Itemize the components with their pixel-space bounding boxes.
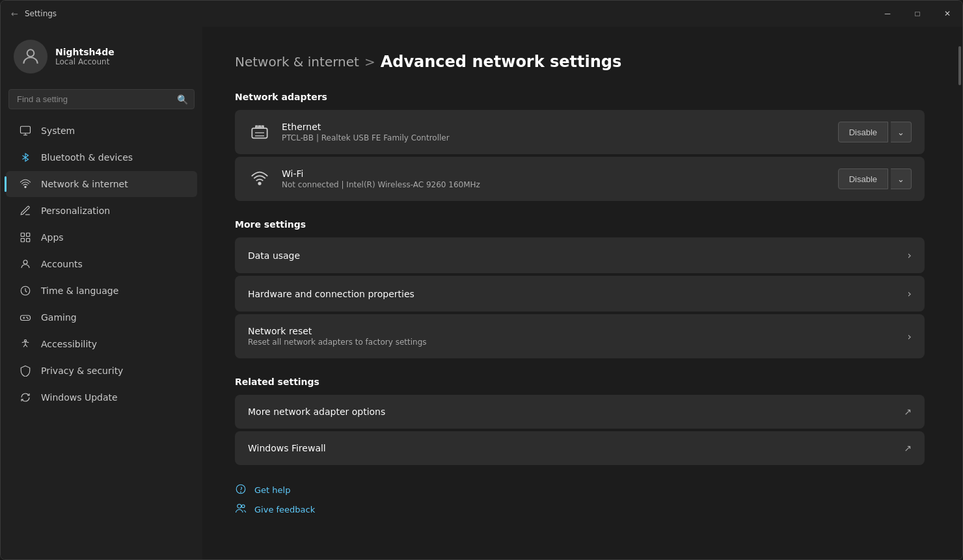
ethernet-name: Ethernet: [282, 122, 828, 132]
network-reset-arrow: ›: [908, 330, 912, 343]
svg-point-11: [27, 318, 28, 319]
gaming-icon: [19, 311, 32, 324]
search-input[interactable]: [8, 89, 195, 109]
windows-firewall-label: Windows Firewall: [248, 443, 326, 453]
sidebar-item-accounts[interactable]: Accounts: [6, 251, 197, 277]
breadcrumb-separator: >: [364, 54, 375, 70]
sidebar-item-accessibility[interactable]: Accessibility: [6, 331, 197, 357]
svg-rect-9: [21, 315, 31, 321]
sidebar-item-gaming[interactable]: Gaming: [6, 304, 197, 330]
more-settings-section: More settings Data usage › Hardware and …: [235, 219, 925, 358]
scrollbar-thumb: [958, 46, 961, 85]
data-usage-arrow: ›: [908, 249, 912, 261]
content-area: Network & internet > Advanced network se…: [202, 27, 957, 559]
get-help-icon: [235, 483, 248, 496]
sidebar-item-bluetooth[interactable]: Bluetooth & devices: [6, 144, 197, 170]
wifi-actions: Disable ⌄: [838, 168, 912, 189]
footer-links: Get help Give feedback: [235, 483, 925, 516]
svg-point-2: [25, 186, 26, 187]
related-settings-section: Related settings More network adapter op…: [235, 377, 925, 465]
sidebar-item-apps[interactable]: Apps: [6, 224, 197, 250]
apps-icon: [19, 231, 32, 244]
more-adapter-opts-extlink: ↗: [904, 407, 912, 417]
hw-props-arrow: ›: [908, 287, 912, 300]
wifi-name: Wi-Fi: [282, 168, 828, 179]
sidebar-item-time[interactable]: Time & language: [6, 278, 197, 304]
more-adapter-opts-label: More network adapter options: [248, 407, 385, 417]
scrollbar[interactable]: [957, 27, 962, 559]
network-reset-row[interactable]: Network reset Reset all network adapters…: [235, 314, 925, 358]
ethernet-expand-button[interactable]: ⌄: [891, 122, 912, 142]
adapters-section-title: Network adapters: [235, 92, 925, 102]
sidebar-item-personalization[interactable]: Personalization: [6, 198, 197, 224]
network-reset-desc: Reset all network adapters to factory se…: [248, 338, 427, 347]
user-profile[interactable]: Nightsh4de Local Account: [1, 27, 202, 87]
ethernet-disable-button[interactable]: Disable: [838, 122, 888, 142]
minimize-button[interactable]: ─: [873, 1, 902, 27]
network-icon: [19, 178, 32, 191]
sidebar-item-label: Time & language: [41, 286, 187, 296]
sidebar-item-system[interactable]: System: [6, 118, 197, 144]
privacy-icon: [19, 364, 32, 377]
sidebar: Nightsh4de Local Account 🔍 SystemBluetoo…: [1, 27, 202, 559]
breadcrumb-parent[interactable]: Network & internet: [235, 54, 359, 70]
sidebar-item-label: System: [41, 126, 187, 136]
svg-rect-6: [21, 239, 24, 242]
wifi-icon: [248, 167, 271, 191]
get-help-link[interactable]: Get help: [235, 483, 925, 496]
sidebar-item-label: Personalization: [41, 206, 187, 216]
hw-props-row[interactable]: Hardware and connection properties ›: [235, 276, 925, 312]
svg-rect-5: [27, 239, 30, 242]
sidebar-item-label: Accounts: [41, 259, 187, 269]
breadcrumb: Network & internet > Advanced network se…: [235, 53, 925, 71]
sidebar-item-label: Windows Update: [41, 392, 187, 403]
svg-point-10: [27, 317, 27, 318]
accounts-icon: [19, 258, 32, 271]
give-feedback-link[interactable]: Give feedback: [235, 503, 925, 516]
wifi-expand-button[interactable]: ⌄: [891, 168, 912, 189]
sidebar-item-label: Privacy & security: [41, 366, 187, 376]
sidebar-item-update[interactable]: Windows Update: [6, 384, 197, 410]
windows-firewall-extlink: ↗: [904, 443, 912, 453]
sidebar-item-label: Gaming: [41, 312, 187, 323]
sidebar-item-network[interactable]: Network & internet: [6, 171, 197, 197]
search-icon: 🔍: [177, 94, 188, 105]
windows-firewall-row[interactable]: Windows Firewall ↗: [235, 431, 925, 465]
ethernet-actions: Disable ⌄: [838, 122, 912, 142]
svg-point-7: [23, 260, 27, 264]
more-settings-title: More settings: [235, 219, 925, 230]
maximize-button[interactable]: □: [902, 1, 932, 27]
svg-point-0: [27, 49, 34, 57]
ethernet-icon: [248, 120, 271, 144]
title-bar-left: ← Settings: [11, 9, 57, 19]
ethernet-desc: PTCL-BB | Realtek USB FE Family Controll…: [282, 133, 828, 142]
user-type: Local Account: [55, 57, 115, 66]
ethernet-info: Ethernet PTCL-BB | Realtek USB FE Family…: [282, 122, 828, 142]
time-icon: [19, 284, 32, 297]
breadcrumb-current: Advanced network settings: [381, 53, 622, 71]
get-help-label: Get help: [254, 485, 290, 495]
svg-point-18: [242, 505, 245, 508]
svg-rect-1: [21, 126, 31, 133]
search-box: 🔍: [8, 89, 195, 109]
back-arrow[interactable]: ←: [11, 9, 18, 19]
title-bar-title: Settings: [25, 9, 57, 18]
title-bar-controls: ─ □ ✕: [873, 1, 962, 27]
accessibility-icon: [19, 338, 32, 351]
main-area: Nightsh4de Local Account 🔍 SystemBluetoo…: [1, 27, 962, 559]
avatar: [14, 40, 47, 73]
data-usage-row[interactable]: Data usage ›: [235, 237, 925, 273]
system-icon: [19, 124, 32, 137]
settings-window: ← Settings ─ □ ✕ Nightsh4de Loca: [0, 0, 963, 560]
give-feedback-icon: [235, 503, 248, 516]
sidebar-nav: SystemBluetooth & devicesNetwork & inter…: [1, 117, 202, 411]
update-icon: [19, 391, 32, 404]
more-adapter-opts-row[interactable]: More network adapter options ↗: [235, 395, 925, 429]
sidebar-item-privacy[interactable]: Privacy & security: [6, 358, 197, 384]
wifi-disable-button[interactable]: Disable: [838, 168, 888, 189]
close-button[interactable]: ✕: [932, 1, 962, 27]
related-settings-title: Related settings: [235, 377, 925, 387]
ethernet-adapter-card: Ethernet PTCL-BB | Realtek USB FE Family…: [235, 110, 925, 154]
sidebar-item-label: Network & internet: [41, 179, 187, 189]
svg-point-17: [237, 504, 241, 508]
